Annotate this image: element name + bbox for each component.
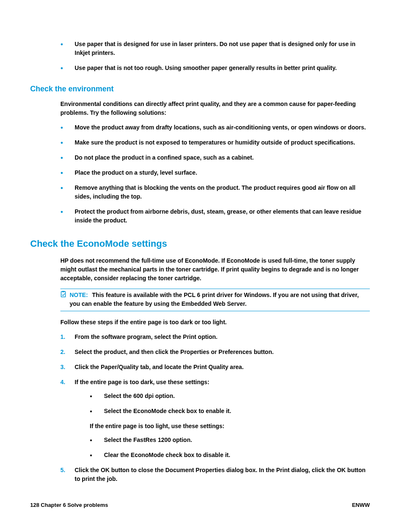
bold: OK	[101, 467, 109, 473]
intro-bullet-container: Use paper that is designed for use in la…	[60, 40, 370, 72]
econ-body: HP does not recommend the full-time use …	[60, 256, 370, 483]
text: or	[209, 349, 218, 355]
text: area.	[228, 364, 244, 370]
bold: Print	[183, 333, 196, 340]
bold: 600 dpi	[133, 393, 153, 399]
step-1: 1. From the software program, select the…	[60, 333, 370, 341]
econ-intro: HP does not recommend the full-time use …	[60, 256, 370, 283]
text: Select the	[104, 436, 133, 443]
text: check box to enable it.	[166, 408, 231, 414]
step-number: 4.	[60, 378, 65, 387]
note-box: NOTE:This feature is available with the …	[60, 289, 370, 311]
bold: Paper/Quality	[101, 364, 138, 370]
bold: Preferences	[218, 349, 252, 355]
list-item: Use paper that is not too rough. Using s…	[60, 64, 370, 72]
text: option.	[171, 436, 192, 443]
list-item: Move the product away from drafty locati…	[60, 123, 370, 132]
text: Click the	[75, 364, 101, 370]
step-2: 2. Select the product, and then click th…	[60, 348, 370, 356]
list-item: Protect the product from airborne debris…	[60, 207, 370, 225]
list-item: Use paper that is designed for use in la…	[60, 40, 370, 57]
step-number: 1.	[60, 333, 65, 341]
list-item: Remove anything that is blocking the ven…	[60, 183, 370, 201]
text: Clear the	[104, 452, 131, 458]
sub-list-dark: Select the 600 dpi option. Select the Ec…	[90, 392, 370, 416]
list-item: Clear the EconoMode check box to disable…	[90, 451, 370, 460]
text: button.	[252, 349, 273, 355]
list-item: Do not place the product in a confined s…	[60, 153, 370, 162]
heading-check-environment: Check the environment	[30, 83, 370, 95]
svg-rect-0	[61, 292, 66, 297]
text: Select the	[104, 393, 133, 399]
step-number: 2.	[60, 348, 65, 356]
footer-left: 128 Chapter 6 Solve problems	[30, 501, 108, 509]
text: If the entire page is too dark, use thes…	[75, 379, 209, 385]
text: tab, and locate the	[139, 364, 194, 370]
text: dialog box. In the	[225, 467, 276, 473]
step-number: 3.	[60, 363, 65, 372]
step-number: 5.	[60, 466, 65, 475]
env-body: Environmental conditions can directly af…	[60, 100, 370, 225]
text: Select the product, and then click the	[75, 349, 180, 355]
footer-right: ENWW	[352, 501, 370, 509]
text: dialog, click the	[290, 467, 337, 473]
note-text: This feature is available with the PCL 6…	[70, 292, 359, 307]
page-footer: 128 Chapter 6 Solve problems ENWW	[30, 501, 370, 509]
bold: OK	[337, 467, 345, 473]
bold: Print Quality	[193, 364, 228, 370]
note-icon	[60, 290, 67, 301]
econ-steps: 1. From the software program, select the…	[60, 333, 370, 483]
bold: EconoMode	[133, 408, 166, 414]
list-item: Select the FastRes 1200 option.	[90, 436, 370, 444]
intro-bullet-list: Use paper that is designed for use in la…	[60, 40, 370, 72]
bold: EconoMode	[131, 452, 164, 458]
text: From the software program, select the	[75, 333, 183, 340]
text: button to close the	[109, 467, 165, 473]
bold: Properties	[180, 349, 209, 355]
list-item: Place the product on a sturdy, level sur…	[60, 168, 370, 177]
bold: FastRes 1200	[133, 436, 171, 443]
text: Click the	[75, 467, 101, 473]
list-item: Make sure the product is not exposed to …	[60, 138, 370, 147]
note-label: NOTE:	[70, 292, 88, 298]
list-item: Select the 600 dpi option.	[90, 392, 370, 400]
econ-follow: Follow these steps if the entire page is…	[60, 318, 370, 327]
env-intro: Environmental conditions can directly af…	[60, 100, 370, 117]
env-bullet-list: Move the product away from drafty locati…	[60, 123, 370, 225]
text: check box to disable it.	[164, 452, 230, 458]
step-3: 3. Click the Paper/Quality tab, and loca…	[60, 363, 370, 372]
heading-economode: Check the EconoMode settings	[30, 237, 370, 251]
sub-list-light: Select the FastRes 1200 option. Clear th…	[90, 436, 370, 460]
step-4: 4. If the entire page is too dark, use t…	[60, 378, 370, 460]
list-item: Select the EconoMode check box to enable…	[90, 407, 370, 416]
step4-mid: If the entire page is too light, use the…	[90, 422, 370, 431]
text: option.	[153, 393, 175, 399]
bold: Print	[276, 467, 290, 473]
bold: Document Properties	[165, 467, 225, 473]
text: Select the	[104, 408, 133, 414]
text: option.	[196, 333, 218, 340]
step-5: 5. Click the OK button to close the Docu…	[60, 466, 370, 483]
